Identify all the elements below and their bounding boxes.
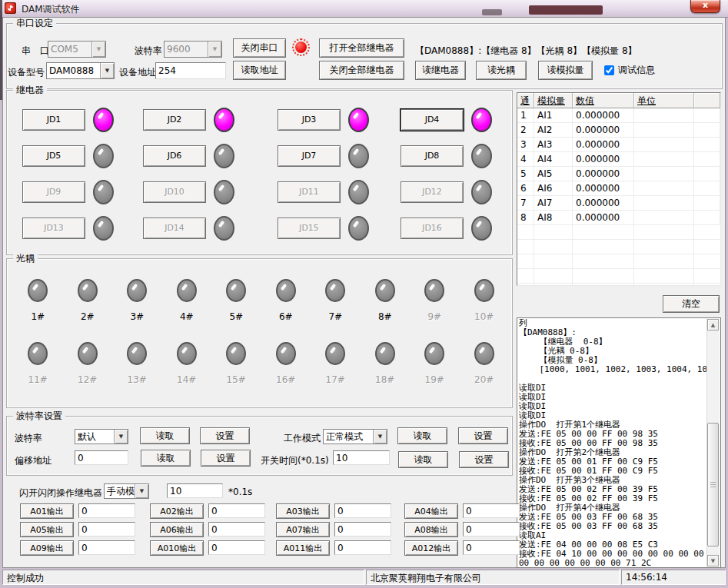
table-row[interactable]: 8 AI8 0.000000 [517,211,720,225]
offset-address-label: 偏移地址 [15,454,52,467]
relay-button[interactable]: JD4 [401,109,464,131]
analog-output-field[interactable] [334,540,391,555]
relay-button[interactable]: JD2 [143,109,206,131]
offset-read-button[interactable]: 读取 [141,450,191,467]
table-row[interactable]: 6 AI6 0.000000 [517,181,720,196]
group-label-baud-settings: 波特率设置 [13,410,65,421]
baud-setting-value: 默认 [75,430,114,443]
log-line: 读取DI [519,402,706,411]
cell-channel: 2 [517,123,534,138]
baud-setting-select[interactable]: 默认 ▼ [75,429,128,444]
relay-button[interactable]: JD6 [143,145,206,167]
relay-button[interactable]: JD1 [22,109,85,131]
scroll-up-icon[interactable]: ▲ [707,319,719,331]
analog-output-button[interactable]: A02输出 [150,503,204,519]
open-all-relays-button[interactable]: 打开全部继电器 [319,38,404,58]
scroll-down-icon[interactable]: ▼ [707,555,719,566]
table-row[interactable]: 5 AI5 0.000000 [517,167,720,181]
analog-output-field[interactable] [463,503,520,518]
analog-output-field[interactable] [78,540,135,555]
table-row[interactable]: 4 AI4 0.000000 [517,152,720,167]
offset-set-button[interactable]: 设置 [201,450,251,467]
switch-time-field[interactable] [333,450,390,465]
analog-output-button[interactable]: A011输出 [276,540,330,556]
flash-mode-select[interactable]: 手动模式 ▼ [104,483,149,499]
analog-output-button[interactable]: A012输出 [404,540,458,556]
clear-log-button[interactable]: 清空 [663,295,720,313]
table-row[interactable]: 7 AI7 0.000000 [517,196,720,211]
debug-log-box[interactable]: 列 【DAM0888】: 【继电器 0-8】 【光耦 0-8】 【模拟量 0-8… [517,317,721,568]
col-header-analog[interactable]: 模拟量 [534,93,573,108]
analog-output-button[interactable]: A07输出 [276,522,330,537]
switch-time-set-button[interactable]: 设置 [459,451,509,468]
relay-button[interactable]: JD5 [22,145,85,167]
col-header-value[interactable]: 数值 [573,93,634,108]
relay-button[interactable]: JD14 [143,218,206,239]
analog-output-field[interactable] [334,522,391,537]
analog-output-button[interactable]: A03输出 [276,503,330,519]
offset-address-field[interactable] [75,450,128,465]
opto-label: 20# [474,374,494,385]
baud-set-button[interactable]: 设置 [200,427,250,444]
col-header-unit[interactable]: 单位 [634,93,694,108]
read-relays-button[interactable]: 读继电器 [415,61,466,80]
debug-info-label: 调试信息 [618,64,655,77]
close-serial-port-button[interactable]: 关闭串口 [233,38,286,58]
analog-output-field[interactable] [463,540,520,555]
analog-output-field[interactable] [463,522,520,537]
work-mode-read-button[interactable]: 读取 [397,427,447,444]
debug-info-checkbox-wrap: 调试信息 [604,64,655,77]
switch-time-read-button[interactable]: 读取 [398,451,448,468]
analog-output-field[interactable] [78,503,135,518]
relay-button[interactable]: JD3 [278,109,341,131]
relay-button[interactable]: JD9 [22,181,85,203]
analog-output-button[interactable]: A04输出 [404,503,458,519]
analog-output-cell: A08输出 [404,522,520,540]
analog-output-field[interactable] [334,503,391,518]
analog-output-button[interactable]: A01输出 [20,503,74,519]
device-address-field[interactable] [155,62,226,79]
device-model-select[interactable]: DAM0888 ▼ [46,62,115,79]
read-opto-button[interactable]: 读光耦 [476,61,527,80]
opto-cell: 8# [375,274,395,337]
close-button[interactable]: x [690,0,720,13]
analog-output-field[interactable] [78,522,135,537]
debug-info-checkbox[interactable] [604,65,614,75]
scrollbar-thumb[interactable] [707,423,719,546]
relay-button[interactable]: JD12 [401,181,464,203]
relay-button[interactable]: JD13 [22,218,85,239]
table-row[interactable]: 3 AI3 0.000000 [517,138,720,152]
analog-output-button[interactable]: A09输出 [20,540,74,556]
log-scrollbar[interactable]: ▲ ▼ [706,319,720,566]
read-analog-button[interactable]: 读模拟量 [538,61,593,80]
col-header-channel[interactable]: 通 [517,93,534,108]
baud-read-button[interactable]: 读取 [140,427,190,444]
analog-output-field[interactable] [208,540,265,555]
table-row[interactable]: 2 AI2 0.000000 [517,123,720,138]
analog-output-field[interactable] [208,522,265,537]
analog-output-button[interactable]: A08输出 [404,522,458,537]
work-mode-select[interactable]: 正常模式 ▼ [323,429,387,444]
title-bar: DAM调试软件 x [0,0,728,18]
relay-button[interactable]: JD15 [278,218,341,239]
relay-button[interactable]: JD8 [401,145,464,167]
work-mode-set-button[interactable]: 设置 [458,427,508,444]
log-line: 读取DI [519,393,706,402]
cell-channel: 7 [517,196,534,211]
close-all-relays-button[interactable]: 关闭全部继电器 [319,61,404,80]
switch-time-label: 开关时间(*0.1s) [261,454,329,467]
table-row[interactable]: 1 AI1 0.000000 [517,108,720,123]
analog-output-button[interactable]: A010输出 [150,540,204,556]
cell-channel: 8 [517,211,534,225]
relay-button[interactable]: JD16 [401,218,464,239]
analog-output-cell: A03输出 [276,503,404,522]
read-address-button[interactable]: 读取地址 [233,61,286,80]
relay-button[interactable]: JD7 [278,145,341,167]
analog-output-button[interactable]: A06输出 [150,522,204,537]
relay-button[interactable]: JD11 [278,181,341,203]
flash-time-field[interactable] [167,483,223,498]
analog-output-field[interactable] [208,503,265,518]
relay-button[interactable]: JD10 [143,181,206,203]
cell-unit [634,181,694,196]
analog-output-button[interactable]: A05输出 [20,522,74,537]
